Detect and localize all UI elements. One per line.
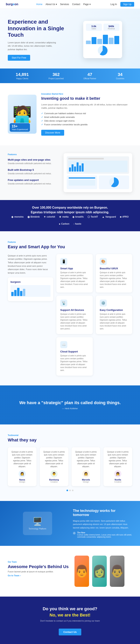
hero-cta-button[interactable]: Start For Free [8, 55, 30, 61]
tech-section: 🖥️ Technology Platform The technology wo… [0, 501, 140, 546]
dashboard-preview: 3.6k Users $40k Revenue [83, 21, 122, 58]
team-photos: 👨 👩 👨 [74, 556, 125, 587]
feature-1: Commodo per habitant sodales rhoncus nis… [41, 112, 132, 115]
testimonials-section: Testimonial What they say Quisque ut ant… [0, 424, 140, 501]
tech-icon: 🖥️ [33, 517, 42, 526]
nav-page[interactable]: Page ▾ [83, 3, 90, 6]
test-card-1: Quisque ut ante in primis quis nunc porr… [8, 447, 37, 486]
avatar-4: 👧 [114, 470, 121, 477]
app-description-col: Quisque ut ante in primis quis nunc porr… [8, 254, 53, 376]
avatar-1: 👩 [19, 470, 26, 477]
features-section: Features Multi-page sites and one-page s… [0, 146, 140, 200]
nav-home[interactable]: Home [36, 3, 42, 6]
donut-chart [98, 46, 108, 56]
testimonials-title: What they say [8, 438, 132, 442]
login-button[interactable]: Log In [109, 2, 119, 7]
feature-item-3: Free updates and support Gravida commodo… [8, 178, 60, 185]
discover-button[interactable]: Discover More [41, 130, 64, 136]
tech-title: The technology works for tomorrow [73, 509, 132, 517]
nav-links: Home About Us ▾ Services Contact Page ▾ [36, 3, 90, 6]
team-desc: Fusce laoreet pede at ipsum et euisque p… [8, 570, 66, 573]
strategic-section: We have a "strategic" plan its called do… [0, 386, 140, 424]
mock-donut [109, 178, 119, 187]
config-icon: ⚙️ [100, 300, 107, 306]
cta-button[interactable]: Contact Us [59, 628, 81, 636]
feature-item-2: Built with Bootstrap 5 Gravida commodo s… [8, 168, 60, 175]
test-card-2: Quisque ut ante in primis quis nunc porr… [40, 447, 69, 486]
donut-chart-container [86, 46, 119, 56]
mock-cards-row [67, 176, 129, 189]
team-header: Our Team Awesome People's Behind Us Fusc… [8, 561, 69, 577]
app-card-smart: 📱 Smart App Quisque ut ante in primis qu… [56, 254, 93, 292]
feature-2: Amet sollicitudin pede venenatis [41, 116, 132, 118]
team-photo-1: 👨 [74, 556, 89, 587]
test-card-3: Quisque ut ante in primis quis nunc porr… [71, 447, 100, 486]
stat-clients: 14,891 Happy Clients [16, 72, 29, 80]
nav-about[interactable]: About Us ▾ [46, 3, 57, 6]
cta-sub: Don't hesitate to contact us if you inte… [8, 620, 132, 622]
signup-button[interactable]: Sign Up [120, 2, 134, 7]
invent-desc: Lorem ipsum dolor sit amet, consectetur … [41, 103, 132, 110]
hero-title: Experience and Innovation in a Single To… [8, 18, 67, 38]
cta-line2: No, we are the Best! [8, 612, 132, 618]
nav-services[interactable]: Services [60, 3, 69, 6]
app-card-config: ⚙️ Easy Configuration Quisque ut ante in… [96, 296, 132, 334]
dot-3[interactable] [72, 490, 73, 491]
tech-check-item: The New Cursus solita viverra lorem. Loc… [73, 532, 132, 538]
mock-card-1 [67, 176, 97, 189]
team-section: Our Team Awesome People's Behind Us Fusc… [0, 546, 140, 596]
tech-desc: Magna porta nibh non lorem. Sem parturie… [73, 519, 132, 530]
dashboard-stats: 3.6k Users $40k Revenue [86, 24, 119, 31]
person-image: 🧑‍💻 [8, 95, 37, 134]
dot-2[interactable] [69, 490, 71, 491]
logo-vanguard: ▲Vanguard [102, 215, 116, 218]
app-card-cloud: ☁️ Cloud Support Quisque ut ante in prim… [56, 337, 93, 376]
logo-colorkit: ✦colorkit [44, 215, 55, 218]
strategic-author: — Herb Kelleher [19, 407, 121, 410]
nav-contact[interactable]: Contact [72, 3, 80, 6]
nav-buttons: Log In Sign Up [109, 2, 134, 7]
feature-3: Odio donec congue eget viverra [41, 120, 132, 122]
invent-features: Commodo per habitant sodales rhoncus nis… [41, 112, 132, 126]
invent-text: Innovation Started Here Inventing good t… [41, 93, 132, 136]
nav-logo: burgeon [6, 2, 18, 6]
cta-section: Do you think we are good? No, we are the… [0, 596, 140, 644]
dash-stat-2: $40k Revenue [103, 24, 119, 31]
bar-4 [103, 35, 108, 44]
tech-box-label: Technology Platform [29, 528, 46, 530]
logo-kreatifs: ◈kreatifs [72, 215, 84, 218]
stat-countries: 34 Countries [116, 72, 124, 80]
app-chart [10, 285, 51, 297]
bar-chart [86, 32, 119, 44]
stats-bar: 14,891 Happy Clients 362 Project Launche… [0, 68, 140, 83]
feature-item-1: Multi-page sites and one-page sites Grav… [8, 158, 60, 165]
hero-content: Experience and Innovation in a Single To… [8, 18, 67, 61]
tech-visual: 🖥️ Technology Platform [8, 512, 67, 535]
uiux-icon: 🎨 [100, 258, 107, 265]
test-card-4: Quisque ut ante in primis quis nunc porr… [103, 447, 132, 486]
team-photo-2: 👩 [92, 556, 107, 587]
strategic-content: We have a "strategic" plan its called do… [19, 400, 121, 410]
hero-description: Lorem ipsum dolor sit amet, consectetur … [8, 41, 58, 51]
person-icon: 🧑‍💻 [12, 105, 32, 123]
bar-5 [109, 38, 114, 44]
hero-image: 3.6k Users $40k Revenue [73, 21, 132, 58]
cta-accent: Best! [80, 612, 90, 618]
team-title: Awesome People's Behind Us [8, 564, 69, 569]
testimonials-grid: Quisque ut ante in primis quis nunc porr… [8, 447, 132, 486]
strategic-quote: We have a "strategic" plan its called do… [19, 400, 121, 406]
app-cards-grid: 📱 Smart App Quisque ut ante in primis qu… [56, 254, 132, 376]
bar-6 [114, 36, 119, 44]
logo-hasto: ◦hasto [73, 222, 81, 226]
bar-2 [92, 37, 96, 44]
smart-app-icon: 📱 [60, 258, 67, 265]
go-to-team-link[interactable]: Go to Team › [8, 574, 69, 577]
app-card-devices: 📡 Support All Devices Quisque ut ante in… [56, 296, 93, 334]
dot-1[interactable] [67, 490, 68, 491]
avatar-3: 👩 [82, 470, 89, 477]
bar-1 [86, 40, 91, 44]
mock-card-2 [99, 176, 129, 189]
app-tag: Features [8, 241, 132, 243]
bar-3 [97, 39, 102, 44]
app-title: Easy and Smart App for You [8, 244, 132, 250]
